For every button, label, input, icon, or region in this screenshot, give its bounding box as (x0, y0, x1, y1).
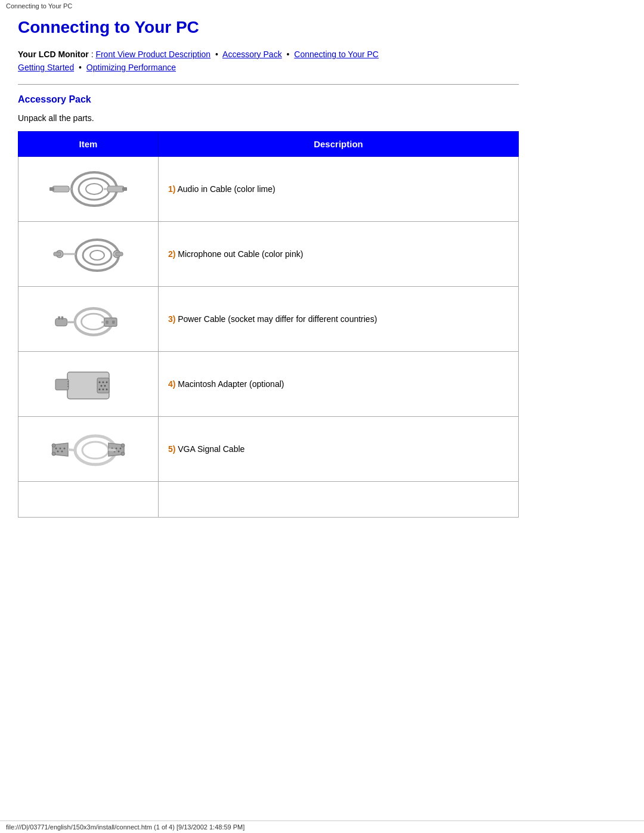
item-number-3: 3) (168, 314, 175, 324)
svg-rect-3 (52, 186, 69, 192)
item-cell-4 (18, 351, 159, 416)
svg-rect-22 (61, 316, 64, 319)
svg-rect-4 (49, 187, 54, 191)
svg-rect-38 (55, 379, 69, 390)
audio-cable-icon (47, 165, 130, 213)
svg-point-60 (121, 444, 125, 447)
table-row: 3) Power Cable (socket may differ for di… (18, 286, 519, 351)
section-title: Accessory Pack (18, 94, 519, 105)
main-content: Connecting to Your PC Your LCD Monitor :… (0, 12, 537, 529)
title-bar: Connecting to Your PC (0, 0, 644, 12)
table-row: 4) Macintosh Adapter (optional) (18, 351, 519, 416)
svg-rect-14 (54, 252, 61, 256)
desc-cell-3: 3) Power Cable (socket may differ for di… (158, 286, 518, 351)
item-desc-2: Microphone out Cable (color pink) (178, 249, 303, 259)
unpack-text: Unpack all the parts. (18, 113, 519, 123)
svg-point-2 (86, 184, 103, 194)
item-desc-1: Audio in Cable (color lime) (177, 184, 275, 194)
svg-point-47 (63, 447, 65, 449)
table-row: 5) VGA Signal Cable (18, 416, 519, 481)
svg-point-43 (82, 442, 109, 459)
nav-link-optimizing[interactable]: Optimizing Performance (86, 63, 176, 72)
svg-point-49 (61, 450, 63, 452)
nav-link-front-view[interactable]: Front View Product Description (95, 49, 210, 59)
svg-point-31 (102, 381, 104, 383)
title-bar-text: Connecting to Your PC (6, 2, 72, 10)
table-row-empty (18, 481, 519, 517)
mac-adapter-icon (47, 360, 130, 408)
item-desc-4: Macintosh Adapter (optional) (178, 379, 284, 389)
page-title: Connecting to Your PC (18, 18, 519, 37)
item-number-4: 4) (168, 379, 175, 389)
svg-line-50 (68, 450, 75, 450)
lcd-monitor-label: Your LCD Monitor (18, 49, 89, 59)
desc-cell-2: 2) Microphone out Cable (color pink) (158, 221, 518, 286)
svg-point-30 (98, 381, 100, 383)
svg-rect-17 (116, 252, 123, 256)
svg-point-54 (119, 447, 121, 449)
microphone-cable-icon (47, 230, 130, 278)
svg-point-52 (52, 452, 55, 456)
item-cell-2 (18, 221, 159, 286)
svg-point-51 (52, 444, 55, 447)
svg-rect-6 (107, 186, 124, 192)
table-row: 1) Audio in Cable (color lime) (18, 156, 519, 221)
svg-point-61 (121, 452, 125, 456)
empty-item-cell (18, 481, 159, 517)
svg-rect-29 (97, 378, 109, 393)
item-desc-5: VGA Signal Cable (178, 444, 244, 454)
svg-point-48 (57, 450, 58, 452)
table-row: 2) Microphone out Cable (color pink) (18, 221, 519, 286)
item-number-2: 2) (168, 249, 175, 259)
power-cable-icon (47, 295, 130, 343)
nav-link-getting-started[interactable]: Getting Started (18, 63, 74, 72)
bullet-2: • (287, 49, 290, 59)
svg-point-35 (98, 388, 100, 390)
svg-rect-20 (55, 318, 67, 326)
nav-link-accessory[interactable]: Accessory Pack (222, 49, 282, 59)
svg-point-57 (117, 450, 119, 452)
svg-rect-25 (106, 320, 108, 323)
svg-rect-21 (58, 316, 60, 319)
svg-point-34 (104, 385, 106, 386)
desc-cell-1: 1) Audio in Cable (color lime) (158, 156, 518, 221)
svg-point-33 (100, 385, 102, 386)
svg-rect-7 (122, 187, 127, 191)
empty-desc-cell (158, 481, 518, 517)
svg-point-46 (59, 447, 61, 449)
desc-cell-4: 4) Macintosh Adapter (optional) (158, 351, 518, 416)
desc-cell-5: 5) VGA Signal Cable (158, 416, 518, 481)
divider (18, 84, 519, 85)
item-cell-1 (18, 156, 159, 221)
svg-point-36 (102, 388, 104, 390)
nav-section: Your LCD Monitor : Front View Product De… (18, 48, 519, 75)
col-header-desc: Description (158, 131, 518, 156)
svg-line-59 (109, 450, 116, 450)
svg-rect-26 (112, 320, 114, 323)
bullet-1: • (215, 49, 218, 59)
svg-point-32 (106, 381, 107, 383)
svg-point-45 (55, 447, 57, 449)
vga-cable-icon (47, 425, 130, 473)
item-desc-3: Power Cable (socket may differ for diffe… (178, 314, 377, 324)
item-number-1: 1) (168, 184, 175, 194)
accessory-table: Item Description (18, 131, 519, 518)
item-number-5: 5) (168, 444, 175, 454)
nav-link-connecting[interactable]: Connecting to Your PC (294, 49, 379, 59)
svg-point-10 (83, 246, 112, 265)
col-header-item: Item (18, 131, 159, 156)
item-cell-5 (18, 416, 159, 481)
svg-point-37 (106, 388, 107, 390)
bullet-3: • (79, 63, 82, 72)
item-cell-3 (18, 286, 159, 351)
svg-point-11 (90, 250, 104, 260)
